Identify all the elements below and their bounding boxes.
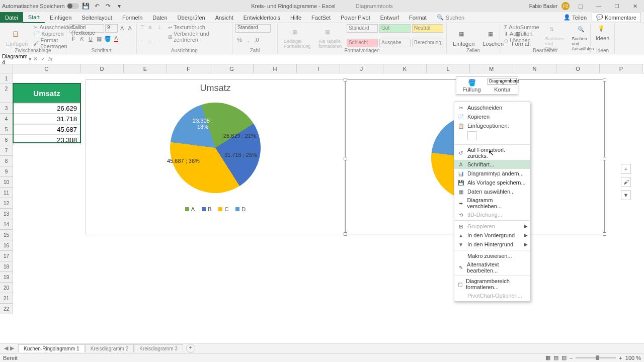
tab-start[interactable]: Start <box>23 12 45 23</box>
mini-fill-button[interactable]: 🪣Füllung <box>456 79 487 93</box>
zoom-level[interactable]: 100 % <box>625 355 641 361</box>
col-header[interactable]: G <box>210 64 254 73</box>
ideas-button[interactable]: 💡Ideen <box>594 24 611 42</box>
row-header[interactable]: 20 <box>0 283 13 293</box>
style-neutral[interactable]: Neutral <box>412 24 443 33</box>
ctx-alt-text[interactable]: ✎Alternativtext bearbeiten... <box>454 260 530 275</box>
col-header[interactable]: H <box>254 64 297 73</box>
col-header[interactable]: K <box>383 64 427 73</box>
col-header[interactable]: M <box>470 64 513 73</box>
row-header[interactable]: 18 <box>0 261 13 272</box>
style-calc[interactable]: Berechnung <box>412 39 443 47</box>
cancel-fx-icon[interactable]: ✕ <box>33 56 38 62</box>
chart-styles-button[interactable]: 🖌 <box>621 177 631 187</box>
minimize-icon[interactable]: — <box>592 1 606 11</box>
row-header[interactable]: 16 <box>0 240 13 251</box>
add-sheet-button[interactable]: + <box>186 344 195 353</box>
tab-powerpivot[interactable]: Power Pivot <box>336 13 375 23</box>
col-header[interactable]: O <box>556 64 600 73</box>
tab-view[interactable]: Ansicht <box>210 13 238 23</box>
italic-button[interactable]: K <box>78 35 86 43</box>
merge-button[interactable]: ⊞ Verbinden und zentrieren <box>167 31 229 43</box>
mini-area-dropdown[interactable]: Diagrammbere <box>488 78 517 85</box>
tab-factset[interactable]: FactSet <box>306 13 336 23</box>
increase-font-icon[interactable]: A <box>119 24 126 32</box>
ctx-move-chart[interactable]: ⬌Diagramm verschieben... <box>454 196 530 210</box>
autosum-button[interactable]: Σ AutoSumme <box>503 24 540 30</box>
clear-button[interactable]: ◇ Löschen <box>503 37 540 43</box>
row-header[interactable]: 14 <box>0 219 13 230</box>
zoom-in-button[interactable]: + <box>619 355 622 361</box>
ctx-bring-front[interactable]: ▲In den Vordergrund▶ <box>454 231 530 240</box>
ctx-send-back[interactable]: ▼In den Hintergrund▶ <box>454 240 530 249</box>
row-header[interactable]: 9 <box>0 166 13 177</box>
view-normal-icon[interactable]: ▦ <box>545 354 550 361</box>
cell-c4[interactable]: 31.718 <box>13 114 80 124</box>
style-output[interactable]: Ausgabe <box>379 39 411 47</box>
row-header[interactable]: 17 <box>0 251 13 261</box>
search-box[interactable]: 🔍 Suchen <box>437 14 464 21</box>
col-header[interactable]: L <box>427 64 470 73</box>
view-pagelayout-icon[interactable]: ▤ <box>553 354 558 361</box>
maximize-icon[interactable]: ☐ <box>610 1 624 11</box>
sheet-tab[interactable]: Kreisdiagramm 3 <box>134 344 183 352</box>
wrap-text-button[interactable]: ↩ Textumbruch <box>167 24 229 30</box>
redo-icon[interactable]: ↷ <box>104 2 112 10</box>
chart-filter-button[interactable]: ▼ <box>621 190 631 200</box>
col-header[interactable]: E <box>124 64 167 73</box>
save-icon[interactable]: 💾 <box>82 2 90 10</box>
chart-1-pie[interactable]: Umsatz 26.629 ; 21% 31.718 ; 25% 45.687 … <box>86 79 345 234</box>
row-header[interactable]: 5 <box>0 124 13 135</box>
paste-option-button[interactable] <box>467 131 476 140</box>
style-standard[interactable]: Standard <box>347 24 378 33</box>
row-header[interactable]: 4 <box>0 114 13 124</box>
tab-file[interactable]: Datei <box>0 12 23 23</box>
ctx-copy[interactable]: 📄Kopieren <box>454 112 530 121</box>
bold-button[interactable]: F <box>69 35 77 43</box>
avatar[interactable]: FB <box>561 2 570 10</box>
row-header[interactable]: 6 <box>0 135 13 145</box>
share-button[interactable]: 👤Teilen <box>560 13 590 22</box>
sheet-nav-next[interactable]: ▶ <box>10 345 14 351</box>
col-header[interactable]: J <box>340 64 383 73</box>
row-header[interactable]: 10 <box>0 177 13 188</box>
close-icon[interactable]: ✕ <box>628 1 642 11</box>
cell-c2-header[interactable]: Umsatz <box>13 83 80 103</box>
underline-button[interactable]: U <box>87 35 95 43</box>
ctx-cut[interactable]: ✂Ausschneiden <box>454 103 530 112</box>
zoom-slider[interactable] <box>576 357 616 358</box>
name-box[interactable]: Diagramm 4▾ <box>0 53 30 65</box>
col-header[interactable]: I <box>297 64 340 73</box>
tab-developer[interactable]: Entwicklertools <box>238 13 285 23</box>
ctx-select-data[interactable]: ▦Daten auswählen... <box>454 187 530 196</box>
cell-c6[interactable]: 23.308 <box>13 135 80 145</box>
sheet-tab[interactable]: Kreisdiagramm 2 <box>85 344 134 352</box>
row-header[interactable]: 7 <box>0 145 13 156</box>
ctx-change-chart-type[interactable]: 📊Diagrammtyp ändern... <box>454 169 530 178</box>
col-header[interactable]: N <box>513 64 556 73</box>
style-bad[interactable]: Schlecht <box>347 39 378 47</box>
row-header[interactable]: 11 <box>0 188 13 198</box>
tab-data[interactable]: Daten <box>147 13 172 23</box>
zoom-out-button[interactable]: − <box>570 355 573 361</box>
fill-button[interactable]: ⬇ Ausfüllen <box>503 31 540 37</box>
qat-customize-icon[interactable]: ▾ <box>115 2 123 10</box>
ctx-assign-macro[interactable]: Makro zuweisen... <box>454 251 530 260</box>
row-header[interactable]: 3 <box>0 103 13 114</box>
ctx-font[interactable]: ASchriftart... <box>454 160 530 169</box>
tab-format[interactable]: Format <box>404 13 432 23</box>
style-good[interactable]: Gut <box>379 24 411 33</box>
tab-design[interactable]: Entwurf <box>375 13 404 23</box>
ctx-save-template[interactable]: 💾Als Vorlage speichern... <box>454 178 530 187</box>
tab-review[interactable]: Überprüfen <box>173 13 210 23</box>
decrease-font-icon[interactable]: A <box>126 24 133 32</box>
tab-help[interactable]: Hilfe <box>285 13 306 23</box>
col-header[interactable]: D <box>80 64 124 73</box>
col-header[interactable]: C <box>13 64 80 73</box>
comments-button[interactable]: 💬Kommentare <box>592 13 641 22</box>
font-color-button[interactable]: A <box>112 35 120 43</box>
ctx-format-chart-area[interactable]: ▢Diagrammbereich formatieren... <box>454 277 530 291</box>
cell-c5[interactable]: 45.687 <box>13 124 80 135</box>
enter-fx-icon[interactable]: ✓ <box>41 56 45 62</box>
row-header[interactable]: 19 <box>0 272 13 283</box>
